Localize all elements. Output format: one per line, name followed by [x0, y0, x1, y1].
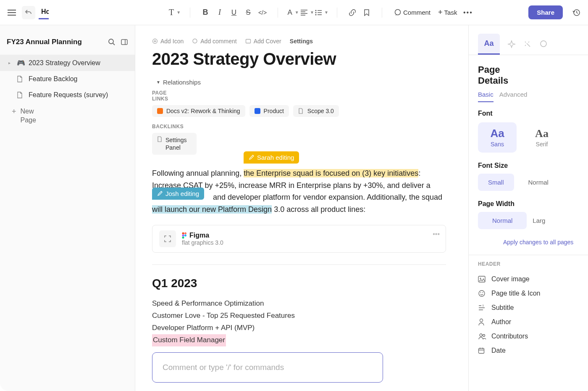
list-button[interactable]: ▼ — [315, 6, 328, 19]
list-icon — [315, 10, 322, 16]
bold-button[interactable]: B — [199, 6, 212, 19]
undo-button[interactable] — [22, 6, 35, 19]
top-toolbar: Hc T▼ B I U S </> A▼ ▼ ▼ — [0, 0, 588, 25]
chevron-down-icon: ▼ — [156, 80, 160, 85]
doc-icon — [157, 108, 163, 114]
cover-icon — [245, 38, 251, 44]
panel-toggle-button[interactable] — [121, 38, 128, 46]
comment-button[interactable]: Comment — [391, 6, 434, 19]
search-button[interactable] — [108, 38, 116, 46]
page-link-chip[interactable]: Scope 3.0 — [293, 105, 339, 117]
task-button[interactable]: + Task — [435, 6, 460, 19]
svg-point-19 — [480, 292, 481, 293]
code-button[interactable]: </> — [256, 6, 269, 19]
figma-embed[interactable]: Figma flat graphics 3.0 ••• — [152, 225, 446, 253]
sidebar-item-strategy[interactable]: ▸ 🎮 2023 Strategy Overview — [0, 55, 135, 71]
sidebar-item-label: Feature Backlog — [29, 75, 78, 83]
font-label: Font — [478, 110, 579, 117]
menu-button[interactable] — [5, 6, 18, 19]
sidebar-item-backlog[interactable]: Feature Backlog — [0, 71, 135, 87]
figma-icon — [182, 232, 187, 239]
panel-tab-magic[interactable] — [523, 34, 532, 55]
apply-all-link[interactable]: Apply changes to all pages — [478, 238, 579, 247]
size-option-normal[interactable]: Normal — [518, 174, 559, 191]
page-link-chip[interactable]: Docs v2: Rework & Thinking — [152, 105, 245, 117]
body-paragraph[interactable]: Sarah editing Josh editing Following ann… — [152, 167, 446, 216]
header-option-author[interactable]: Author — [478, 315, 579, 329]
subtab-advanced[interactable]: Advanced — [499, 91, 523, 102]
divider — [152, 264, 446, 265]
add-cover-button[interactable]: Add Cover — [245, 38, 281, 45]
svg-rect-9 — [246, 40, 250, 43]
expand-icon[interactable] — [159, 230, 176, 247]
strikethrough-button[interactable]: S — [242, 6, 255, 19]
svg-point-20 — [483, 292, 483, 293]
panel-tab-comments[interactable] — [539, 34, 548, 55]
underline-button[interactable]: U — [227, 6, 241, 19]
font-option-serif[interactable]: Aa Serif — [522, 122, 561, 153]
header-option-date[interactable]: Date — [478, 343, 579, 358]
sidebar-item-requests[interactable]: Feature Requests (survey) — [0, 87, 135, 103]
page-title[interactable]: 2023 Strategy Overview — [152, 50, 446, 69]
q1-list[interactable]: Speed & Performance Optimization Custome… — [152, 298, 446, 346]
text-color-button[interactable]: A▼ — [286, 6, 300, 19]
panel-icon — [121, 38, 128, 46]
width-option-large[interactable]: Large — [531, 212, 545, 229]
comment-input[interactable]: Comment or type '/' for commands — [152, 352, 383, 383]
size-option-small[interactable]: Small — [478, 174, 514, 191]
brand-box[interactable]: Hc — [39, 8, 49, 19]
panel-tab-style[interactable]: Aa — [478, 34, 500, 55]
add-comment-button[interactable]: Add comment — [192, 38, 236, 45]
svg-text:T: T — [482, 304, 484, 307]
width-option-normal[interactable]: Normal — [478, 212, 527, 229]
relationships-toggle[interactable]: ▼ Relationships — [156, 78, 197, 87]
calendar-icon — [478, 347, 486, 354]
svg-point-11 — [184, 232, 186, 235]
svg-point-24 — [483, 335, 485, 337]
history-button[interactable] — [570, 6, 583, 19]
header-option-contributors[interactable]: Contributors — [478, 329, 579, 343]
header-option-subtitle[interactable]: T Subtitle — [478, 301, 579, 315]
doc-icon — [17, 76, 24, 82]
svg-point-23 — [480, 334, 482, 336]
pencil-icon — [249, 154, 255, 160]
list-item: Developer Platform + API (MVP) — [152, 322, 446, 334]
right-panel: Aa Page Details Basic Advanced Font Aa S… — [468, 25, 588, 391]
panel-title: Page Details — [478, 64, 520, 87]
history-icon — [572, 8, 580, 17]
svg-point-3 — [395, 9, 401, 15]
document-area: Add Icon Add comment Add Cover Settings … — [135, 25, 468, 391]
svg-point-5 — [109, 39, 113, 44]
align-button[interactable]: ▼ — [301, 6, 314, 19]
backlink-chip[interactable]: Settings Panel — [152, 133, 197, 155]
link-button[interactable] — [346, 6, 359, 19]
svg-point-22 — [480, 319, 483, 322]
doc-icon — [17, 92, 24, 98]
italic-button[interactable]: I — [213, 6, 226, 19]
panel-tab-ai[interactable] — [507, 34, 516, 55]
text-style-button[interactable]: T▼ — [168, 6, 181, 19]
bookmark-button[interactable] — [360, 6, 373, 19]
list-item: Custom Field Manager — [152, 334, 226, 346]
subtab-basic[interactable]: Basic — [478, 91, 494, 102]
search-icon — [108, 38, 116, 46]
more-button[interactable]: ••• — [461, 6, 475, 19]
settings-button[interactable]: Settings — [290, 38, 313, 45]
sidebar: FY23 Annual Planning ▸ 🎮 2023 Strategy O… — [0, 25, 135, 391]
new-page-button[interactable]: + New Page — [0, 103, 135, 129]
add-icon-button[interactable]: Add Icon — [152, 38, 184, 45]
font-size-label: Font Size — [478, 162, 579, 169]
section-heading[interactable]: Q1 2023 — [152, 277, 446, 290]
cursor-tag-sarah: Sarah editing — [244, 151, 299, 164]
share-button[interactable]: Share — [528, 5, 563, 19]
page-link-chip[interactable]: Product — [249, 105, 289, 117]
svg-point-15 — [541, 41, 546, 47]
people-icon — [478, 333, 486, 340]
link-icon — [349, 9, 356, 16]
embed-menu-button[interactable]: ••• — [433, 230, 440, 238]
svg-point-18 — [479, 291, 485, 296]
svg-point-2 — [315, 14, 317, 15]
header-option-cover[interactable]: Cover image — [478, 272, 579, 286]
header-option-title[interactable]: Page title & Icon — [478, 286, 579, 301]
font-option-sans[interactable]: Aa Sans — [478, 122, 517, 153]
